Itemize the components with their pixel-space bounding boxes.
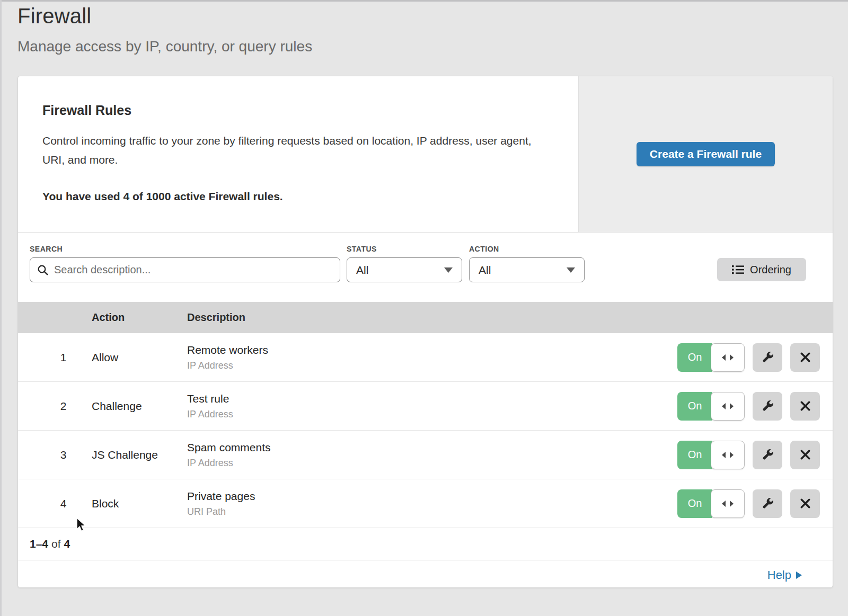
rule-description-title: Spam comments — [187, 441, 677, 454]
rule-description: Spam comments IP Address — [187, 441, 677, 469]
action-select[interactable]: All — [469, 257, 585, 282]
delete-rule-button[interactable] — [790, 392, 820, 421]
x-icon — [799, 449, 811, 461]
ordering-button-label: Ordering — [750, 264, 791, 276]
rule-match-type: IP Address — [187, 458, 677, 469]
rule-match-type: IP Address — [187, 409, 677, 420]
x-icon — [799, 400, 811, 412]
pagination-range: 1–4 — [30, 538, 48, 550]
page-header: Firewall Manage access by IP, country, o… — [0, 0, 848, 55]
edit-rule-button[interactable] — [753, 441, 782, 469]
description-column-header: Description — [187, 311, 833, 324]
rule-priority: 1 — [18, 351, 92, 364]
firewall-rules-info: Firewall Rules Control incoming traffic … — [18, 76, 578, 232]
rule-match-type: IP Address — [187, 360, 677, 371]
toggle-knob[interactable] — [711, 392, 745, 421]
edit-rule-button[interactable] — [753, 343, 782, 372]
search-label: SEARCH — [30, 245, 63, 253]
rule-description: Private pages URI Path — [187, 490, 677, 517]
rule-controls: On — [677, 343, 833, 372]
toggle-on-label: On — [677, 441, 712, 469]
search-input[interactable] — [30, 257, 340, 282]
delete-rule-button[interactable] — [790, 489, 820, 518]
page-subtitle: Manage access by IP, country, or query r… — [17, 38, 848, 55]
ordering-list-icon — [732, 264, 744, 275]
rule-enabled-toggle[interactable]: On — [677, 489, 745, 518]
chevron-down-icon — [444, 267, 453, 273]
x-icon — [799, 497, 811, 510]
rule-action: Allow — [92, 351, 187, 364]
help-arrow-icon — [796, 572, 802, 579]
toggle-arrows-icon — [721, 403, 734, 410]
wrench-icon — [761, 448, 774, 461]
rule-description: Remote workers IP Address — [187, 344, 677, 371]
rule-action: JS Challenge — [92, 449, 187, 461]
help-link-label: Help — [767, 568, 791, 582]
firewall-rules-panel: Firewall Rules Control incoming traffic … — [18, 76, 833, 233]
toggle-on-label: On — [677, 392, 712, 421]
pagination-total: 4 — [64, 538, 70, 550]
toggle-on-label: On — [677, 343, 712, 372]
panel-description: Control incoming traffic to your zone by… — [42, 131, 536, 169]
toggle-knob[interactable] — [711, 343, 745, 372]
status-select-value: All — [356, 264, 368, 276]
wrench-icon — [761, 351, 774, 364]
help-link[interactable]: Help — [767, 568, 802, 582]
toggle-on-label: On — [677, 489, 712, 518]
rule-enabled-toggle[interactable]: On — [677, 441, 745, 469]
rule-enabled-toggle[interactable]: On — [677, 343, 745, 372]
rule-controls: On — [677, 489, 833, 518]
panel-title: Firewall Rules — [42, 103, 536, 118]
rule-description: Test rule IP Address — [187, 392, 677, 420]
create-rule-section: Create a Firewall rule — [578, 76, 833, 232]
card-footer: Help — [18, 560, 833, 590]
search-icon — [37, 264, 49, 276]
create-firewall-rule-button[interactable]: Create a Firewall rule — [637, 142, 775, 166]
rule-description-title: Test rule — [187, 392, 677, 405]
toggle-knob[interactable] — [711, 441, 745, 469]
rule-enabled-toggle[interactable]: On — [677, 392, 745, 421]
delete-rule-button[interactable] — [790, 343, 820, 372]
rule-action: Challenge — [92, 400, 187, 413]
pagination-of: of — [51, 538, 61, 550]
edit-rule-button[interactable] — [753, 489, 782, 518]
x-icon — [799, 351, 811, 363]
pagination: 1–4 of 4 — [18, 528, 833, 560]
page-title: Firewall — [17, 4, 848, 28]
table-row: 1 Allow Remote workers IP Address On — [18, 333, 833, 382]
rule-action: Block — [92, 497, 187, 510]
action-column-header: Action — [92, 311, 187, 324]
toggle-knob[interactable] — [711, 489, 745, 518]
wrench-icon — [761, 399, 774, 413]
chevron-down-icon — [567, 267, 575, 273]
toggle-arrows-icon — [721, 451, 734, 459]
rule-description-title: Private pages — [187, 490, 677, 503]
table-row: 3 JS Challenge Spam comments IP Address … — [18, 431, 833, 479]
toggle-arrows-icon — [721, 354, 734, 361]
edit-rule-button[interactable] — [753, 392, 782, 421]
filter-bar: SEARCH STATUS All ACTION All — [18, 233, 833, 302]
search-field-wrap — [30, 257, 340, 282]
firewall-card: Firewall Rules Control incoming traffic … — [17, 76, 833, 588]
rule-controls: On — [677, 441, 833, 469]
rule-priority: 2 — [18, 400, 92, 413]
rule-priority: 3 — [18, 449, 92, 461]
action-label: ACTION — [469, 245, 499, 253]
rule-description-title: Remote workers — [187, 344, 677, 356]
table-row: 4 Block Private pages URI Path On — [18, 479, 833, 528]
toggle-arrows-icon — [721, 500, 734, 507]
ordering-button[interactable]: Ordering — [717, 258, 806, 281]
delete-rule-button[interactable] — [790, 441, 820, 469]
usage-text: You have used 4 of 1000 active Firewall … — [42, 190, 536, 203]
rule-controls: On — [677, 392, 833, 421]
table-row: 2 Challenge Test rule IP Address On — [18, 382, 833, 431]
table-header: Action Description — [18, 302, 833, 333]
status-select[interactable]: All — [347, 257, 462, 282]
wrench-icon — [761, 497, 774, 510]
rule-priority: 4 — [18, 497, 92, 510]
status-label: STATUS — [347, 245, 377, 253]
action-select-value: All — [479, 264, 491, 276]
rule-match-type: URI Path — [187, 506, 677, 517]
